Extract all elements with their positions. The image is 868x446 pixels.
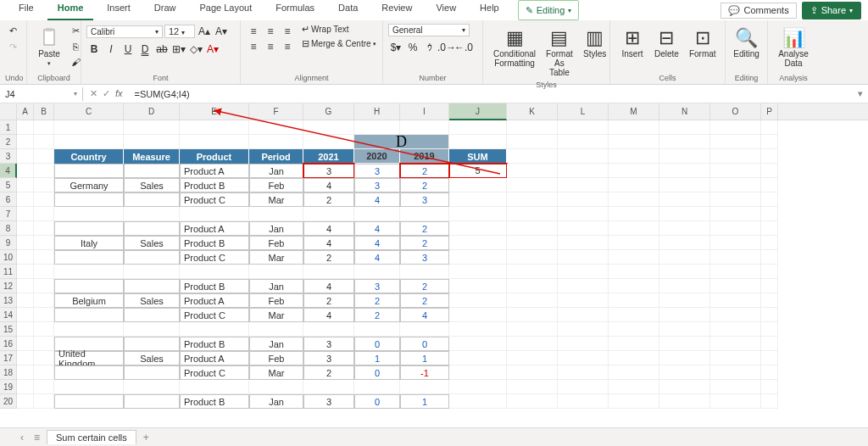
- cell[interactable]: [710, 308, 761, 322]
- cell[interactable]: [659, 178, 710, 192]
- cell[interactable]: [710, 337, 761, 351]
- cell[interactable]: [180, 380, 249, 394]
- cell[interactable]: [659, 394, 710, 409]
- cell-product[interactable]: Product A: [180, 351, 249, 365]
- cell-country[interactable]: [54, 394, 124, 409]
- cell-period[interactable]: Jan: [249, 221, 303, 236]
- cell[interactable]: [303, 207, 354, 221]
- cell-sum[interactable]: [449, 351, 507, 365]
- cell-period[interactable]: Jan: [249, 394, 303, 409]
- increase-decimal-button[interactable]: .0→: [439, 40, 454, 55]
- cell-2021[interactable]: 3: [303, 351, 354, 365]
- align-bottom[interactable]: ≡: [280, 24, 295, 39]
- cell[interactable]: [180, 322, 249, 337]
- cell-country[interactable]: [54, 365, 124, 380]
- cell[interactable]: [710, 135, 761, 149]
- col-header-P[interactable]: P: [761, 103, 778, 120]
- cell-2021[interactable]: 2: [303, 293, 354, 308]
- row-header-6[interactable]: 6: [0, 192, 17, 207]
- cell[interactable]: [659, 365, 710, 380]
- cell[interactable]: [17, 394, 34, 409]
- cell[interactable]: [354, 120, 400, 135]
- add-sheet-button[interactable]: +: [140, 432, 153, 443]
- cell-2021[interactable]: 3: [303, 337, 354, 351]
- cell-sum[interactable]: [449, 365, 507, 380]
- cell-2019[interactable]: 3: [400, 192, 449, 207]
- cell[interactable]: [761, 293, 778, 308]
- col-header-N[interactable]: N: [659, 103, 710, 120]
- cell-sum[interactable]: [449, 293, 507, 308]
- row-headers[interactable]: 1234567891011121314151617181920: [0, 120, 17, 409]
- cell-product[interactable]: Product C: [180, 250, 249, 265]
- cell-country[interactable]: Belgium: [54, 293, 124, 308]
- cell[interactable]: [54, 120, 124, 135]
- borders-button[interactable]: ⊞▾: [171, 42, 186, 57]
- row-header-1[interactable]: 1: [0, 120, 17, 135]
- cell[interactable]: [400, 380, 449, 394]
- cell[interactable]: [34, 207, 54, 221]
- cell[interactable]: [761, 365, 778, 380]
- cell[interactable]: [659, 221, 710, 236]
- cell[interactable]: [507, 120, 558, 135]
- cell-2019[interactable]: 1: [400, 394, 449, 409]
- cell-2021[interactable]: 2: [303, 365, 354, 380]
- font-color-button[interactable]: A▾: [205, 42, 220, 57]
- cell[interactable]: [609, 293, 659, 308]
- cell-measure[interactable]: [124, 250, 180, 265]
- cell[interactable]: [558, 380, 609, 394]
- analyse-data-button[interactable]: 📊Analyse Data: [773, 24, 814, 71]
- cell[interactable]: [659, 380, 710, 394]
- cell[interactable]: [761, 149, 778, 164]
- cell[interactable]: [659, 135, 710, 149]
- cell[interactable]: [507, 308, 558, 322]
- cell[interactable]: [761, 250, 778, 265]
- cell[interactable]: [558, 135, 609, 149]
- cell-2020[interactable]: 0: [354, 394, 400, 409]
- row-header-20[interactable]: 20: [0, 394, 17, 409]
- cell-measure[interactable]: [124, 337, 180, 351]
- menu-data[interactable]: Data: [328, 0, 368, 20]
- cell[interactable]: [659, 250, 710, 265]
- cell[interactable]: [17, 207, 34, 221]
- cell[interactable]: [507, 135, 558, 149]
- col-header-L[interactable]: L: [558, 103, 609, 120]
- insert-function-button[interactable]: fx: [115, 88, 123, 99]
- cell[interactable]: [609, 365, 659, 380]
- col-header-M[interactable]: M: [609, 103, 659, 120]
- cell-period[interactable]: Feb: [249, 178, 303, 192]
- align-top[interactable]: ≡: [246, 24, 261, 39]
- cell[interactable]: [34, 192, 54, 207]
- sheet-list-icon[interactable]: ≡: [31, 432, 43, 443]
- cell-sum[interactable]: [449, 308, 507, 322]
- cell-sum[interactable]: [449, 192, 507, 207]
- cell[interactable]: [609, 149, 659, 164]
- cell[interactable]: [761, 337, 778, 351]
- font-family-select[interactable]: Calibri▾: [86, 25, 163, 38]
- cell[interactable]: [17, 365, 34, 380]
- cell[interactable]: [761, 236, 778, 250]
- cell[interactable]: [761, 192, 778, 207]
- cell[interactable]: [249, 380, 303, 394]
- row-header-17[interactable]: 17: [0, 351, 17, 365]
- conditional-formatting-button[interactable]: ▦Conditional Formatting: [488, 24, 541, 81]
- cell[interactable]: [659, 337, 710, 351]
- cell-period[interactable]: Feb: [249, 293, 303, 308]
- cell-2020[interactable]: 2: [354, 293, 400, 308]
- menu-review[interactable]: Review: [371, 0, 422, 20]
- cell-2019[interactable]: 3: [400, 250, 449, 265]
- cell-2021[interactable]: 4: [303, 236, 354, 250]
- col-header-A[interactable]: A: [17, 103, 34, 120]
- row-header-9[interactable]: 9: [0, 236, 17, 250]
- cell[interactable]: [761, 221, 778, 236]
- editing-mode-dropdown[interactable]: ✎ Editing ▾: [518, 0, 580, 20]
- format-as-table-button[interactable]: ▤Format As Table: [541, 24, 578, 81]
- cell-country[interactable]: [54, 279, 124, 293]
- cell[interactable]: [558, 322, 609, 337]
- col-header-I[interactable]: I: [400, 103, 449, 120]
- menu-help[interactable]: Help: [470, 0, 509, 20]
- cell[interactable]: [303, 322, 354, 337]
- cell[interactable]: [303, 380, 354, 394]
- cell[interactable]: [659, 207, 710, 221]
- cell[interactable]: [507, 337, 558, 351]
- cell-measure[interactable]: Sales: [124, 293, 180, 308]
